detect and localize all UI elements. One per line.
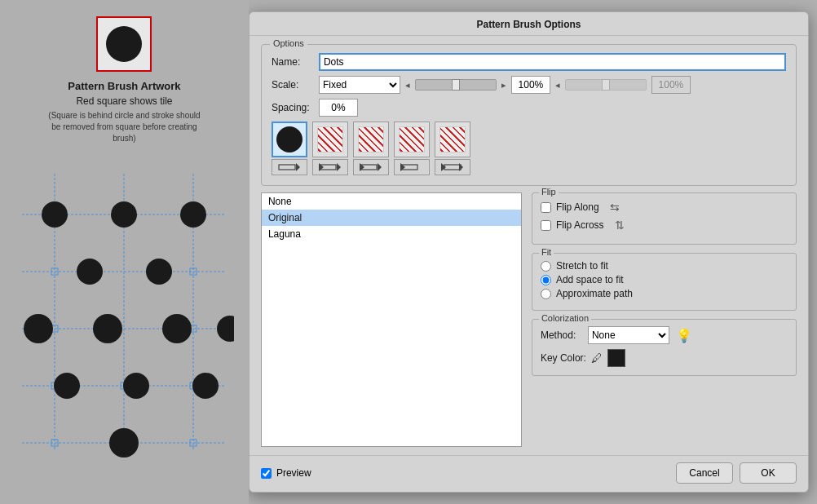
key-color-row: Key Color: 🖊 xyxy=(541,349,788,367)
fit-group-label: Fit xyxy=(539,247,554,257)
scale-slider-thumb[interactable] xyxy=(452,79,460,91)
svg-point-23 xyxy=(77,259,103,285)
spacing-row: Spacing: xyxy=(272,99,786,117)
svg-marker-40 xyxy=(378,163,382,171)
svg-point-30 xyxy=(123,373,149,399)
svg-point-27 xyxy=(162,314,192,343)
diag-tile-icon-3 xyxy=(358,126,384,153)
list-item-original[interactable]: Original xyxy=(262,210,521,226)
flip-along-checkbox[interactable] xyxy=(541,202,551,213)
colorization-info-icon: 💡 xyxy=(676,328,692,343)
approx-path-row: Approximate path xyxy=(541,288,788,299)
slider-left-icon: ◂ xyxy=(405,80,410,91)
scale-pct-input[interactable] xyxy=(511,76,550,94)
fit-stretch-radio[interactable] xyxy=(541,261,551,272)
svg-point-28 xyxy=(217,316,234,342)
name-input[interactable] xyxy=(319,53,786,71)
scale-slider2[interactable] xyxy=(565,79,647,91)
fit-add-space-label: Add space to fit xyxy=(556,274,624,285)
fit-group: Fit Stretch to fit Add space to fit Appr… xyxy=(532,253,797,311)
list-item-none[interactable]: None xyxy=(262,193,521,210)
spacing-label: Spacing: xyxy=(272,102,314,113)
tile-arrow-2 xyxy=(319,161,342,173)
button-group: Cancel OK xyxy=(676,462,797,484)
fit-approx-radio[interactable] xyxy=(541,289,551,299)
tile-btn-top-1[interactable] xyxy=(272,122,307,157)
flip-across-label: Flip Across xyxy=(556,219,604,231)
svg-marker-37 xyxy=(337,163,341,171)
flip-group: Flip Flip Along ⇆ Flip Across ⇅ xyxy=(532,192,797,245)
main-content-row: None Original Laguna Flip Flip Along ⇆ xyxy=(261,192,797,447)
spacing-input[interactable] xyxy=(319,99,358,117)
options-group: Options Name: Scale: Fixed Proportional … xyxy=(261,44,797,186)
artwork-subtitle: Red square shows tile xyxy=(76,95,172,107)
svg-rect-43 xyxy=(444,165,461,170)
tile-btn-bottom-5[interactable] xyxy=(435,159,470,175)
svg-point-32 xyxy=(109,428,139,458)
artwork-title: Pattern Brush Artwork xyxy=(68,80,180,92)
svg-point-22 xyxy=(180,201,206,228)
dot-tile-icon xyxy=(276,126,303,153)
eyedropper-icon[interactable]: 🖊 xyxy=(591,351,603,365)
preview-checkbox[interactable] xyxy=(261,468,272,479)
list-item-laguna[interactable]: Laguna xyxy=(262,226,521,242)
diag-tile-icon-4 xyxy=(399,126,425,153)
tile-arrow-3 xyxy=(360,161,382,173)
tile-btn-bottom-2[interactable] xyxy=(312,159,348,175)
svg-point-25 xyxy=(24,314,53,343)
method-row: Method: None Tints Tints and Shades Hue … xyxy=(541,326,788,344)
key-color-swatch[interactable] xyxy=(607,349,625,367)
dot-pattern-canvas xyxy=(14,166,234,459)
pattern-brush-options-dialog: Pattern Brush Options Options Name: Scal… xyxy=(249,11,809,493)
flip-across-icon: ⇅ xyxy=(612,218,627,232)
tile-btn-top-4[interactable] xyxy=(394,122,430,157)
dialog-footer: Preview Cancel OK xyxy=(250,455,808,492)
fit-stretch-label: Stretch to fit xyxy=(556,260,608,272)
slider2-left-icon: ◂ xyxy=(555,80,560,91)
flip-along-icon: ⇆ xyxy=(607,200,622,214)
key-color-label: Key Color: xyxy=(541,352,586,364)
preview-label: Preview xyxy=(276,467,311,479)
stretch-to-fit-row: Stretch to fit xyxy=(541,260,788,272)
colorization-method-select[interactable]: None Tints Tints and Shades Hue Shift xyxy=(588,326,669,344)
flip-across-checkbox[interactable] xyxy=(541,220,551,231)
artwork-note: (Square is behind circle and stroke shou… xyxy=(42,110,205,144)
svg-point-20 xyxy=(42,201,68,228)
options-group-label: Options xyxy=(270,38,307,48)
slider-right-icon: ▸ xyxy=(501,80,506,91)
add-space-row: Add space to fit xyxy=(541,274,788,285)
tile-button-1 xyxy=(272,122,307,175)
svg-rect-33 xyxy=(279,165,295,170)
fit-add-space-radio[interactable] xyxy=(541,275,551,285)
svg-point-24 xyxy=(146,259,172,285)
colorway-list[interactable]: None Original Laguna xyxy=(261,192,522,447)
tile-btn-bottom-1[interactable] xyxy=(272,159,307,175)
tile-btn-top-3[interactable] xyxy=(353,122,389,157)
scale-slider2-thumb[interactable] xyxy=(602,79,610,91)
svg-point-31 xyxy=(192,373,219,399)
scale-slider[interactable] xyxy=(415,79,497,91)
scale-label: Scale: xyxy=(272,79,314,91)
dialog-title: Pattern Brush Options xyxy=(250,12,808,36)
tile-buttons-row xyxy=(272,122,786,175)
name-label: Name: xyxy=(272,56,314,68)
svg-point-29 xyxy=(54,373,80,399)
tile-circle xyxy=(106,26,142,62)
tile-btn-bottom-4[interactable] xyxy=(394,159,430,175)
tile-btn-top-2[interactable] xyxy=(312,122,348,157)
scale-row: Scale: Fixed Proportional ◂ ▸ ◂ xyxy=(272,76,786,94)
diag-tile-icon-5 xyxy=(439,126,466,153)
tile-btn-bottom-3[interactable] xyxy=(353,159,389,175)
colorization-group-label: Colorization xyxy=(539,313,591,323)
ok-button[interactable]: OK xyxy=(740,462,797,484)
preview-row: Preview xyxy=(261,467,311,479)
tile-button-4 xyxy=(394,122,430,175)
tile-arrow-1 xyxy=(278,161,301,173)
left-panel: Pattern Brush Artwork Red square shows t… xyxy=(0,0,249,504)
diag-tile-icon-2 xyxy=(317,126,343,153)
cancel-button[interactable]: Cancel xyxy=(676,462,733,484)
scale-select[interactable]: Fixed Proportional xyxy=(319,76,400,94)
tile-arrow-4 xyxy=(400,161,423,173)
tile-btn-top-5[interactable] xyxy=(435,122,470,157)
flip-along-row: Flip Along ⇆ xyxy=(541,200,788,214)
